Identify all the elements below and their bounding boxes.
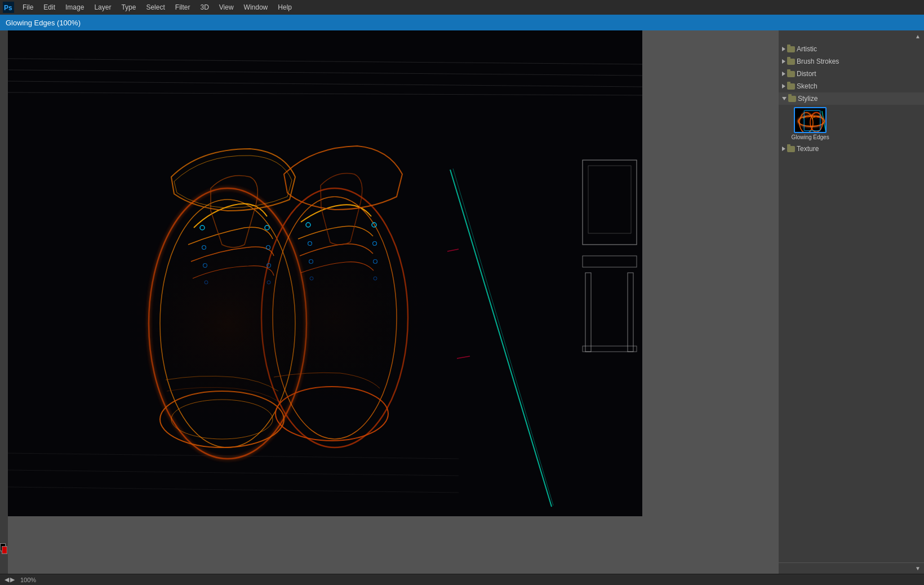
filter-group-artistic-label: Artistic	[797, 45, 817, 53]
svg-text:Ps: Ps	[4, 4, 12, 12]
svg-line-9	[8, 487, 459, 493]
panel-scroll-bottom[interactable]: ▼	[779, 562, 924, 574]
svg-point-27	[308, 242, 312, 246]
image-canvas	[8, 30, 642, 516]
filter-group-stylize-label: Stylize	[798, 95, 818, 103]
svg-point-30	[374, 260, 377, 264]
svg-point-11	[160, 200, 295, 447]
folder-icon	[787, 46, 795, 52]
menu-type[interactable]: Type	[117, 2, 140, 12]
nav-prev-button[interactable]: ◀	[5, 576, 9, 583]
menu-view[interactable]: View	[215, 2, 238, 12]
svg-point-18	[265, 225, 269, 230]
canvas-area	[8, 30, 779, 574]
svg-point-32	[374, 277, 377, 280]
filter-group-distort-header[interactable]: Distort	[779, 68, 924, 80]
menu-edit[interactable]: Edit	[39, 2, 60, 12]
filter-group-texture-label: Texture	[797, 145, 819, 153]
svg-rect-43	[121, 188, 335, 459]
filter-group-stylize: Stylize	[779, 92, 924, 143]
svg-rect-2	[8, 30, 642, 516]
filter-group-artistic-header[interactable]: Artistic	[779, 43, 924, 55]
menu-window[interactable]: Window	[239, 2, 273, 12]
menu-3d[interactable]: 3D	[196, 2, 213, 12]
filter-group-distort-label: Distort	[797, 70, 816, 78]
right-filter-panel: ▲ Artistic Brush Strokes	[779, 30, 924, 574]
menu-file[interactable]: File	[18, 2, 38, 12]
expand-arrow-icon	[782, 84, 785, 88]
filter-thumbnail-glowing-edges	[794, 107, 827, 133]
svg-rect-41	[628, 273, 633, 352]
folder-icon	[788, 96, 796, 102]
background-color-swatch[interactable]	[2, 546, 7, 554]
panel-scroll-top[interactable]: ▲	[779, 30, 924, 42]
filter-item-glowing-edges[interactable]: Glowing Edges	[793, 107, 827, 140]
scroll-down-arrow-icon: ▼	[915, 565, 921, 571]
filter-group-brush-strokes-header[interactable]: Brush Strokes	[779, 55, 924, 68]
document-title: Glowing Edges (100%)	[6, 19, 81, 27]
filter-group-stylize-header[interactable]: Stylize	[779, 92, 924, 105]
svg-line-35	[447, 249, 459, 251]
filter-group-sketch: Sketch	[779, 80, 924, 92]
filter-group-sketch-header[interactable]: Sketch	[779, 80, 924, 92]
expand-arrow-icon	[782, 147, 785, 151]
filter-group-sketch-label: Sketch	[797, 82, 818, 90]
svg-point-14	[160, 391, 284, 447]
svg-point-16	[276, 387, 388, 441]
expand-arrow-icon	[782, 59, 785, 64]
scroll-up-arrow-icon: ▲	[915, 33, 921, 39]
svg-rect-39	[583, 256, 637, 267]
filter-group-texture: Texture	[779, 143, 924, 155]
svg-rect-37	[583, 160, 637, 245]
expand-arrow-icon	[782, 47, 785, 51]
menu-select[interactable]: Select	[141, 2, 169, 12]
svg-line-4	[8, 81, 642, 87]
svg-point-13	[273, 197, 397, 439]
svg-point-25	[306, 223, 310, 227]
svg-point-29	[309, 260, 313, 264]
canvas-background	[8, 30, 642, 516]
svg-point-23	[205, 281, 208, 284]
svg-point-22	[267, 264, 271, 268]
svg-rect-38	[588, 166, 631, 233]
nav-next-button[interactable]: ▶	[10, 576, 15, 583]
folder-icon	[787, 146, 795, 152]
filter-thumbnail-preview	[795, 108, 825, 132]
svg-rect-44	[233, 177, 447, 447]
zoom-level: 100%	[20, 577, 36, 583]
svg-rect-40	[585, 273, 591, 352]
svg-rect-42	[583, 346, 637, 352]
filter-item-glowing-edges-label: Glowing Edges	[791, 134, 829, 140]
svg-line-7	[8, 453, 459, 459]
svg-point-10	[149, 188, 306, 459]
filter-group-texture-header[interactable]: Texture	[779, 143, 924, 155]
menu-layer[interactable]: Layer	[90, 2, 115, 12]
svg-line-33	[450, 170, 552, 507]
svg-point-21	[203, 264, 207, 268]
menu-help[interactable]: Help	[273, 2, 296, 12]
svg-point-15	[171, 400, 273, 439]
svg-point-28	[373, 242, 377, 246]
filter-tree: Artistic Brush Strokes Distort	[779, 42, 924, 562]
titlebar: Glowing Edges (100%)	[0, 15, 924, 30]
filter-group-brush-strokes: Brush Strokes	[779, 55, 924, 68]
menu-filter[interactable]: Filter	[171, 2, 195, 12]
menu-image[interactable]: Image	[61, 2, 88, 12]
stylize-filter-items: Glowing Edges	[779, 105, 924, 143]
collapse-arrow-icon	[782, 97, 787, 100]
statusbar: ◀ ▶ 100%	[0, 574, 924, 585]
left-tools-panel	[0, 30, 8, 574]
svg-point-12	[261, 188, 408, 447]
filter-group-artistic: Artistic	[779, 43, 924, 55]
svg-line-36	[457, 356, 470, 358]
svg-point-50	[812, 112, 821, 118]
svg-point-24	[267, 281, 270, 284]
app-logo: Ps	[2, 1, 15, 14]
folder-icon	[787, 71, 795, 77]
folder-icon	[787, 59, 795, 65]
menubar: Ps File Edit Image Layer Type Select Fil…	[0, 0, 924, 15]
svg-line-5	[8, 92, 642, 95]
filter-group-distort: Distort	[779, 68, 924, 80]
expand-arrow-icon	[782, 72, 785, 76]
svg-line-3	[8, 70, 642, 76]
